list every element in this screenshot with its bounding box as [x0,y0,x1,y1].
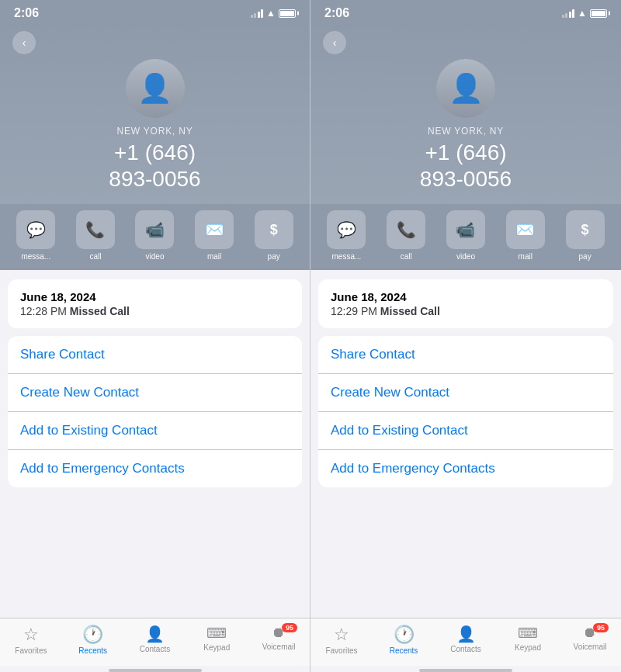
add-emergency-left[interactable]: Add to Emergency Contacts [8,450,302,487]
call-icon-right[interactable]: 📞 [387,210,425,249]
caller-location-left: NEW YORK, NY [116,126,193,137]
video-icon-right[interactable]: 📹 [446,210,485,249]
nav-favorites-right[interactable]: ☆ Favorites [318,625,365,655]
share-contact-left[interactable]: Share Contact [8,336,302,374]
voicemail-label-right: Voicemail [574,643,607,651]
create-contact-left[interactable]: Create New Contact [8,374,302,412]
status-icons-right: ▲ [562,9,607,18]
action-call-right[interactable]: 📞 call [383,210,429,261]
call-log-right: June 18, 2024 12:29 PM Missed Call [318,279,613,328]
avatar-icon-right: 👤 [449,72,484,105]
action-pay-right[interactable]: $ pay [562,210,609,261]
call-date-left: June 18, 2024 [20,290,290,303]
options-section-right: Share Contact Create New Contact Add to … [318,336,613,487]
pay-icon-right[interactable]: $ [566,210,605,249]
action-video-right[interactable]: 📹 video [442,210,489,261]
bottom-nav-right: ☆ Favorites 🕐 Recents 👤 Contacts ⌨ Keypa… [310,618,621,666]
action-mail-left[interactable]: ✉️ mail [191,210,238,261]
mail-icon-left[interactable]: ✉️ [195,210,234,249]
message-icon-right[interactable]: 💬 [327,210,366,249]
contacts-icon-left: 👤 [145,625,165,643]
call-label-right: call [401,252,412,261]
add-emergency-right[interactable]: Add to Emergency Contacts [318,450,613,487]
action-message-left[interactable]: 💬 messa... [12,210,59,261]
call-detail-left: 12:28 PM Missed Call [20,305,290,317]
battery-icon-right [590,9,607,18]
message-label-left: messa... [21,252,50,261]
nav-favorites-left[interactable]: ☆ Favorites [8,625,54,655]
favorites-label-left: Favorites [15,646,47,655]
add-existing-left[interactable]: Add to Existing Contact [8,412,302,450]
favorites-icon-left: ☆ [23,625,39,645]
keypad-icon-right: ⌨ [518,625,538,642]
bottom-nav-left: ☆ Favorites 🕐 Recents 👤 Contacts ⌨ Keypa… [0,618,310,666]
caller-header-left: ‹ 👤 NEW YORK, NY +1 (646) 893-0056 [0,23,310,204]
avatar-left: 👤 [126,59,185,118]
back-button-right[interactable]: ‹ [323,31,346,54]
nav-voicemail-right[interactable]: 95 ⏺ Voicemail [567,625,613,655]
action-video-left[interactable]: 📹 video [131,210,178,261]
nav-keypad-right[interactable]: ⌨ Keypad [505,625,551,655]
avatar-right: 👤 [436,59,495,118]
call-label-left: call [89,252,101,261]
status-time-right: 2:06 [324,6,349,20]
message-icon-left[interactable]: 💬 [16,210,55,249]
recents-label-right: Recents [390,646,418,655]
content-area-left: June 18, 2024 12:28 PM Missed Call Share… [0,270,310,618]
contacts-label-left: Contacts [140,645,170,653]
wifi-icon-left: ▲ [266,9,276,18]
voicemail-badge-right: 95 [593,623,609,632]
back-button-left[interactable]: ‹ [12,31,36,54]
signal-icon-left [251,9,264,18]
message-label-right: messa... [331,252,361,261]
caller-location-right: NEW YORK, NY [428,126,504,137]
share-contact-right[interactable]: Share Contact [318,336,613,374]
options-section-left: Share Contact Create New Contact Add to … [8,336,302,487]
nav-recents-right[interactable]: 🕐 Recents [380,625,427,655]
call-date-right: June 18, 2024 [331,290,601,303]
pay-label-right: pay [579,252,592,261]
create-contact-right[interactable]: Create New Contact [318,374,613,412]
phone-left: 2:06 ▲ ‹ 👤 NEW YORK, NY [0,0,310,672]
nav-contacts-left[interactable]: 👤 Contacts [131,625,178,655]
caller-number-left: +1 (646) 893-0056 [109,140,200,192]
call-detail-right: 12:29 PM Missed Call [331,305,601,317]
action-buttons-left: 💬 messa... 📞 call 📹 video ✉️ mail $ pay [0,204,310,270]
nav-contacts-right[interactable]: 👤 Contacts [442,625,489,655]
video-icon-left[interactable]: 📹 [135,210,174,249]
action-message-right[interactable]: 💬 messa... [323,210,369,261]
caller-header-right: ‹ 👤 NEW YORK, NY +1 (646) 893-0056 [310,23,621,204]
nav-voicemail-left[interactable]: 95 ⏺ Voicemail [255,625,302,655]
mail-label-right: mail [519,252,533,261]
voicemail-label-left: Voicemail [262,643,296,651]
action-buttons-right: 💬 messa... 📞 call 📹 video ✉️ mail $ pay [310,204,621,270]
contacts-icon-right: 👤 [456,625,476,643]
pay-label-left: pay [268,252,280,261]
keypad-label-left: Keypad [203,643,230,652]
battery-icon-left [279,9,296,18]
call-icon-left[interactable]: 📞 [76,210,115,249]
mail-icon-right[interactable]: ✉️ [506,210,545,249]
video-label-right: video [456,252,475,261]
content-area-right: June 18, 2024 12:29 PM Missed Call Share… [310,270,621,618]
wifi-icon-right: ▲ [578,9,587,18]
favorites-label-right: Favorites [325,646,357,655]
action-call-left[interactable]: 📞 call [72,210,119,261]
action-pay-left[interactable]: $ pay [251,210,297,261]
keypad-label-right: Keypad [515,643,541,652]
recents-label-left: Recents [78,646,107,655]
status-bar-right: 2:06 ▲ [310,0,621,23]
home-indicator-left [109,669,202,672]
home-indicator-right [419,669,512,672]
add-existing-right[interactable]: Add to Existing Contact [318,412,613,450]
action-mail-right[interactable]: ✉️ mail [502,210,549,261]
nav-keypad-left[interactable]: ⌨ Keypad [193,625,240,655]
status-bar-left: 2:06 ▲ [0,0,310,23]
video-label-left: video [146,252,165,261]
pay-icon-left[interactable]: $ [255,210,293,249]
phones-container: 2:06 ▲ ‹ 👤 NEW YORK, NY [0,0,621,672]
contacts-label-right: Contacts [450,645,480,653]
avatar-icon-left: 👤 [137,72,172,105]
nav-recents-left[interactable]: 🕐 Recents [70,625,116,655]
keypad-icon-left: ⌨ [206,625,227,642]
